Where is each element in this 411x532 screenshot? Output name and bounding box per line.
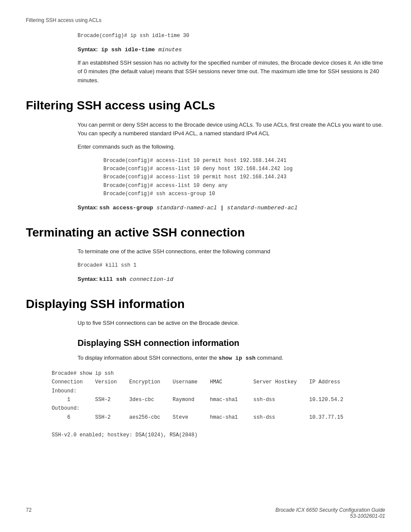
section2-code: Brocade# kill ssh 1 bbox=[78, 261, 385, 270]
subsection-intro-after: command. bbox=[255, 355, 283, 361]
section1-body1: You can permit or deny SSH access to the… bbox=[78, 121, 385, 139]
section2-title: Terminating an active SSH connection bbox=[26, 225, 385, 240]
s1syntax-italic1: standard-named-acl bbox=[153, 205, 217, 211]
subsection-title: Displaying SSH connection information bbox=[78, 337, 385, 348]
section1-title: Filtering SSH access using ACLs bbox=[26, 98, 385, 113]
guide-title: Brocade ICX 6650 Security Configuration … bbox=[275, 507, 385, 513]
footer: 72 Brocade ICX 6650 Security Configurati… bbox=[26, 507, 385, 519]
section2-syntax: Syntax: kill ssh connection-id bbox=[78, 275, 385, 284]
syntax1-italic: minutes bbox=[155, 47, 182, 53]
s2syntax-prefix: Syntax: bbox=[78, 276, 100, 282]
ssh-info-table: Brocade# show ip ssh Connection Version … bbox=[52, 369, 385, 439]
section3-body: Up to five SSH connections can be active… bbox=[78, 319, 385, 328]
idle-time-description: If an established SSH session has no act… bbox=[78, 59, 385, 85]
s1syntax-italic2: standard-numbered-acl bbox=[224, 205, 298, 211]
s1syntax-prefix: Syntax: bbox=[78, 204, 100, 211]
s1syntax-pipe: | bbox=[217, 205, 224, 211]
subsection-inline-code: show ip ssh bbox=[218, 355, 255, 361]
subsection-intro-before: To display information about SSH connect… bbox=[78, 355, 218, 361]
footer-right: Brocade ICX 6650 Security Configuration … bbox=[275, 507, 385, 519]
syntax1-command: ip ssh idle-time bbox=[98, 47, 155, 53]
section1-body2: Enter commands such as the following. bbox=[78, 143, 385, 152]
s2syntax-command: kill ssh bbox=[100, 276, 126, 283]
page: Filtering SSH access using ACLs Brocade(… bbox=[0, 0, 411, 532]
breadcrumb: Filtering SSH access using ACLs bbox=[26, 17, 385, 23]
section1-syntax: Syntax: ssh access-group standard-named-… bbox=[78, 203, 385, 212]
section2-body: To terminate one of the active SSH conne… bbox=[78, 247, 385, 256]
subsection-intro: To display information about SSH connect… bbox=[78, 354, 385, 363]
section1-code: Brocade(config)# access-list 10 permit h… bbox=[103, 157, 385, 198]
page-number: 72 bbox=[26, 507, 31, 519]
syntax1-line: Syntax: ip ssh idle-time minutes bbox=[78, 45, 385, 54]
intro-code: Brocade(config)# ip ssh idle-time 30 bbox=[78, 32, 385, 40]
guide-number: 53-1002601-01 bbox=[275, 513, 385, 519]
section3-title: Displaying SSH information bbox=[26, 297, 385, 311]
s1syntax-command: ssh access-group bbox=[100, 205, 153, 211]
syntax1-prefix: Syntax: bbox=[78, 46, 98, 53]
s2syntax-italic: connection-id bbox=[126, 276, 173, 283]
